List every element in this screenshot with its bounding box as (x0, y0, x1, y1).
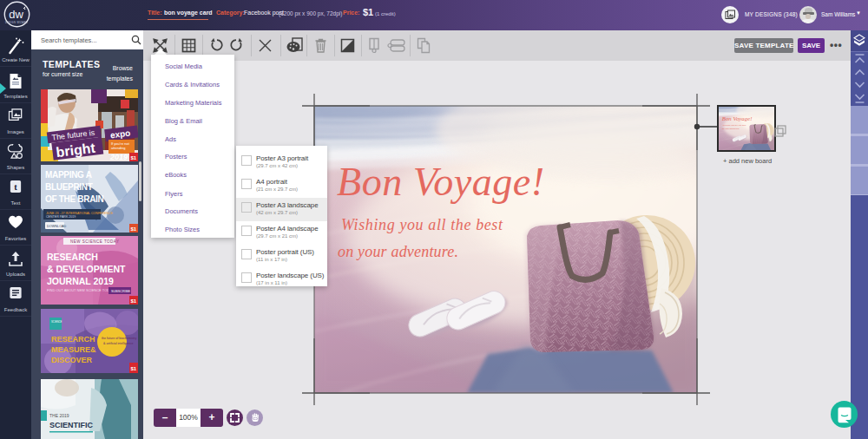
svg-text:RESEARCH: RESEARCH (47, 252, 98, 262)
svg-text:NEW SCIENCE TODAY: NEW SCIENCE TODAY (70, 239, 120, 244)
svg-text:Wishing you all the best: Wishing you all the best (341, 216, 503, 233)
svg-text:$1: $1 (131, 226, 137, 232)
svg-text:MAPPING A: MAPPING A (45, 170, 92, 180)
svg-text:SCIENTIFIC: SCIENTIFIC (49, 421, 94, 429)
svg-text:OF THE BRAIN: OF THE BRAIN (45, 194, 104, 204)
svg-text:& artificial intelligence: & artificial intelligence (103, 342, 134, 345)
svg-text:dw: dw (9, 8, 23, 21)
svg-text:DISCOVER: DISCOVER (51, 356, 93, 364)
svg-text:the future of biochemistry: the future of biochemistry (102, 337, 137, 340)
svg-text:& DEVELOPMENT: & DEVELOPMENT (47, 264, 126, 274)
svg-text:SCIENCE: SCIENCE (51, 320, 62, 324)
svg-text:t: t (14, 182, 17, 192)
svg-text:JOURNAL 2019: JOURNAL 2019 (47, 276, 114, 286)
svg-text:RESEARCH: RESEARCH (51, 335, 95, 344)
svg-text:BLUEPRINT: BLUEPRINT (45, 182, 93, 192)
svg-text:MEASURE&: MEASURE& (51, 345, 96, 354)
svg-text:JUNE 23 - 27 INTERNATIONAL CON: JUNE 23 - 27 INTERNATIONAL CONFERENCE (46, 212, 114, 215)
svg-text:$1: $1 (131, 155, 137, 161)
svg-text:FIND OUT ABOUT NEW SCIENCE TOD: FIND OUT ABOUT NEW SCIENCE TODAY (47, 288, 115, 292)
svg-text:SUBSCRIBE: SUBSCRIBE (111, 290, 130, 293)
svg-text:$1: $1 (131, 366, 137, 371)
svg-text:$1: $1 (131, 298, 137, 304)
svg-text:Bon Voyage!: Bon Voyage! (337, 160, 544, 204)
svg-text:CENTER PARK 2019: CENTER PARK 2019 (46, 215, 76, 219)
svg-text:on your adventure.: on your adventure. (338, 243, 458, 260)
svg-text:DESIGN WIZARD: DESIGN WIZARD (5, 21, 28, 24)
svg-text:THE 2019: THE 2019 (49, 413, 69, 418)
svg-text:DOWNLOAD: DOWNLOAD (47, 225, 67, 228)
svg-text:attending: attending (111, 146, 125, 150)
svg-text:2019: 2019 (109, 153, 128, 161)
